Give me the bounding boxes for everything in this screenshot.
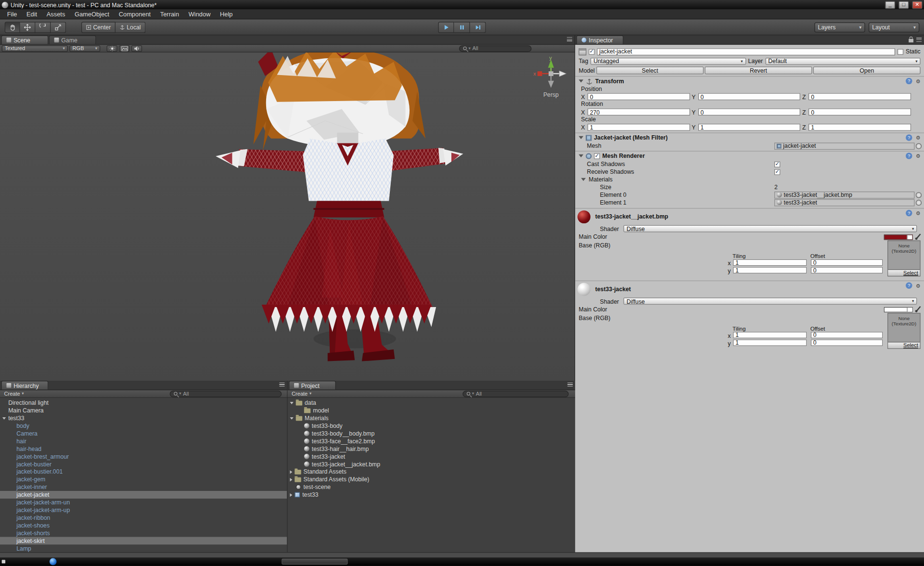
menu-edit[interactable]: Edit xyxy=(22,10,42,19)
materials-size-value[interactable]: 2 xyxy=(774,184,778,190)
project-item[interactable]: test33-jacket__jacket.bmp xyxy=(288,460,576,468)
tiling-x-field[interactable]: 1 xyxy=(733,332,807,338)
position-y-field[interactable]: 0 xyxy=(698,93,801,100)
maximize-button[interactable]: □ xyxy=(898,1,909,9)
tab-scene[interactable]: Scene xyxy=(1,35,48,44)
layers-dropdown[interactable]: Layers ▾ xyxy=(814,22,865,32)
pause-button[interactable] xyxy=(454,22,470,33)
mesh-field[interactable]: jacket-jacket xyxy=(774,142,914,150)
help-icon[interactable]: ? xyxy=(906,78,912,84)
hierarchy-create-button[interactable]: Create ▾ xyxy=(2,391,26,397)
skybox-toggle-button[interactable] xyxy=(119,45,129,51)
scale-x-field[interactable]: 1 xyxy=(588,124,690,131)
menu-help[interactable]: Help xyxy=(215,10,237,19)
hierarchy-item[interactable]: Main Camera xyxy=(0,407,287,414)
offset-x-field[interactable]: 0 xyxy=(811,259,883,266)
gear-icon[interactable]: ⚙ xyxy=(914,134,922,142)
object-picker-icon[interactable] xyxy=(916,192,922,198)
move-tool-button[interactable] xyxy=(20,22,36,33)
foldout-icon[interactable] xyxy=(290,417,293,419)
rotation-y-field[interactable]: 0 xyxy=(698,108,801,116)
project-item[interactable]: data xyxy=(288,399,576,407)
model-select-button[interactable]: Select xyxy=(596,66,704,74)
rotation-z-field[interactable]: 0 xyxy=(808,108,911,116)
gear-icon[interactable]: ⚙ xyxy=(914,283,922,290)
close-button[interactable]: ✕ xyxy=(912,1,923,9)
project-create-button[interactable]: Create ▾ xyxy=(289,391,314,397)
play-button[interactable] xyxy=(438,22,454,33)
hierarchy-item[interactable]: hair xyxy=(0,437,287,445)
foldout-icon[interactable] xyxy=(290,493,292,496)
tiling-y-field[interactable]: 1 xyxy=(733,267,807,273)
start-button[interactable] xyxy=(50,558,57,566)
hierarchy-item[interactable]: test33 xyxy=(0,414,287,422)
foldout-icon[interactable] xyxy=(578,136,583,139)
panel-menu-icon[interactable] xyxy=(567,37,572,41)
tag-dropdown[interactable]: Untagged ▾ xyxy=(590,57,746,64)
hierarchy-item[interactable]: body xyxy=(0,422,287,430)
hierarchy-item[interactable]: Camera xyxy=(0,430,287,437)
position-z-field[interactable]: 0 xyxy=(808,93,911,100)
material-header[interactable]: test33-jacket ? ⚙ xyxy=(575,281,924,297)
menu-window[interactable]: Window xyxy=(184,10,215,19)
project-item[interactable]: Standard Assets xyxy=(288,468,576,476)
tab-project[interactable]: Project xyxy=(289,381,336,389)
minimize-button[interactable]: _ xyxy=(885,1,895,9)
name-field[interactable]: jacket-jacket xyxy=(597,48,895,55)
taskbar-window-button[interactable] xyxy=(282,559,347,565)
element1-field[interactable]: test33-jacket xyxy=(774,199,914,206)
pivot-local-button[interactable]: Local xyxy=(116,22,145,33)
rotation-x-field[interactable]: 270 xyxy=(588,108,690,116)
hierarchy-item[interactable]: jacket-bustier.001 xyxy=(0,468,287,476)
help-icon[interactable]: ? xyxy=(906,210,912,216)
offset-y-field[interactable]: 0 xyxy=(811,339,883,346)
render-mode-dropdown[interactable]: RGB ▾ xyxy=(69,45,100,51)
project-item[interactable]: test-scene xyxy=(288,483,576,491)
hierarchy-item[interactable]: hair-head xyxy=(0,445,287,452)
hierarchy-item[interactable]: jacket-inner xyxy=(0,483,287,491)
hierarchy-item[interactable]: jacket-ribbon xyxy=(0,514,287,522)
project-item[interactable]: test33-hair__hair.bmp xyxy=(288,445,576,452)
hierarchy-search-input[interactable]: ▾ All xyxy=(170,390,282,397)
texture-select-button[interactable]: Select xyxy=(888,270,920,276)
draw-mode-dropdown[interactable]: Textured ▾ xyxy=(2,45,68,51)
tiling-x-field[interactable]: 1 xyxy=(733,259,807,266)
help-icon[interactable]: ? xyxy=(906,134,912,141)
rotate-tool-button[interactable] xyxy=(35,22,51,33)
scene-search-input[interactable]: ▾ All xyxy=(459,45,532,51)
eyedropper-icon[interactable] xyxy=(914,306,922,313)
project-item[interactable]: test33 xyxy=(288,491,576,499)
foldout-icon[interactable] xyxy=(578,79,583,82)
foldout-icon[interactable] xyxy=(581,178,586,181)
tab-game[interactable]: Game xyxy=(49,35,96,44)
scale-z-field[interactable]: 1 xyxy=(808,124,911,131)
receive-shadows-checkbox[interactable]: ✓ xyxy=(774,169,780,175)
static-checkbox[interactable] xyxy=(898,49,903,54)
menu-component[interactable]: Component xyxy=(114,10,155,19)
project-item[interactable]: Materials xyxy=(288,414,576,422)
foldout-icon[interactable] xyxy=(290,470,292,474)
hierarchy-item[interactable]: jacket-gem xyxy=(0,476,287,483)
taskbar-corner-icon[interactable] xyxy=(2,560,5,563)
position-x-field[interactable]: 0 xyxy=(588,93,690,100)
panel-menu-icon[interactable] xyxy=(916,38,922,42)
component-enabled-checkbox[interactable]: ✓ xyxy=(594,153,600,159)
object-picker-icon[interactable] xyxy=(916,143,922,149)
active-checkbox[interactable]: ✓ xyxy=(589,49,594,54)
hierarchy-item[interactable]: Lamp xyxy=(0,544,287,552)
hierarchy-item[interactable]: jacket-jacket-arm-up xyxy=(0,506,287,514)
eyedropper-icon[interactable] xyxy=(914,233,922,241)
scene-viewport[interactable]: y x Persp xyxy=(0,52,575,381)
project-item[interactable]: test33-jacket xyxy=(288,452,576,460)
object-picker-icon[interactable] xyxy=(916,199,922,205)
material-header[interactable]: test33-jacket__jacket.bmp ? ⚙ xyxy=(575,208,924,224)
help-icon[interactable]: ? xyxy=(906,153,912,159)
scale-tool-button[interactable] xyxy=(51,22,66,33)
main-color-swatch[interactable] xyxy=(884,307,913,312)
scale-y-field[interactable]: 1 xyxy=(698,124,801,131)
layer-dropdown[interactable]: Default ▾ xyxy=(765,57,921,64)
hierarchy-item[interactable]: jacket-shorts xyxy=(0,529,287,537)
project-item[interactable]: model xyxy=(288,407,576,414)
mesh-filter-header[interactable]: Jacket-jacket (Mesh Filter) ? ⚙ xyxy=(575,133,924,142)
transform-header[interactable]: Transform ? ⚙ xyxy=(575,76,924,86)
